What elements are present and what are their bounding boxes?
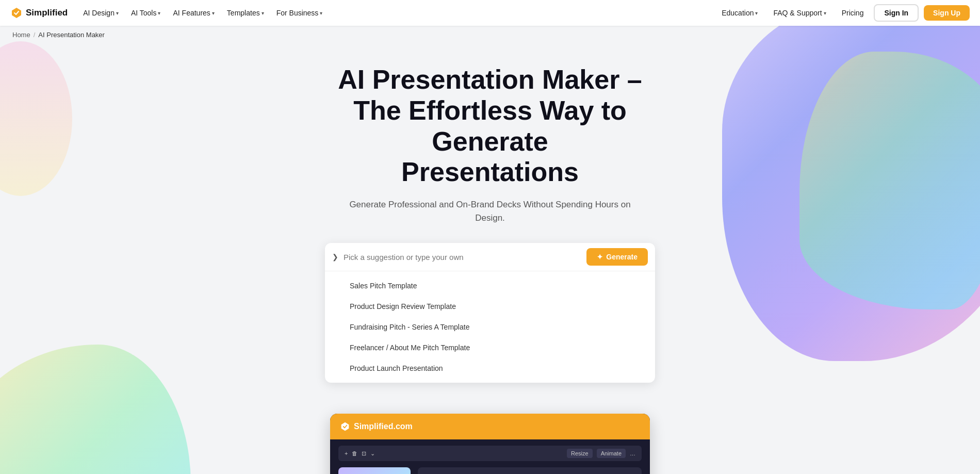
brand-logo[interactable]: Simplified: [10, 7, 68, 19]
preview-logo-icon: [340, 422, 350, 431]
nav-item-ai-design[interactable]: AI Design ▾: [78, 6, 124, 20]
preview-body: + 🗑 ⊡ ⌄ Resize Animate …: [330, 439, 650, 474]
generate-button[interactable]: ✦ Generate: [586, 248, 648, 266]
navbar: Simplified AI Design ▾ AI Tools ▾ AI Fea…: [0, 0, 980, 26]
breadcrumb-home-link[interactable]: Home: [12, 31, 30, 39]
preview-logo-text: Simplified.com: [354, 422, 413, 431]
generate-icon: ✦: [597, 253, 603, 261]
preview-toolbar: + 🗑 ⊡ ⌄ Resize Animate …: [338, 446, 642, 461]
nav-item-for-business[interactable]: For Business ▾: [271, 6, 328, 20]
chevron-down-icon: ▾: [824, 10, 826, 16]
preview-header: Simplified.com: [330, 414, 650, 439]
toolbar-copy: ⊡: [362, 450, 366, 457]
preview-slide-main: [418, 467, 642, 474]
toolbar-more: ⌄: [370, 450, 375, 457]
suggestion-item[interactable]: Product Launch Presentation: [325, 358, 655, 379]
chevron-down-icon: ▾: [158, 10, 160, 16]
toolbar-delete: 🗑: [352, 450, 357, 456]
preview-card: Simplified.com + 🗑 ⊡ ⌄ Resize Animate …: [330, 414, 650, 474]
suggestion-item[interactable]: Freelancer / About Me Pitch Template: [325, 337, 655, 358]
chevron-down-icon: ▾: [212, 10, 215, 16]
nav-item-education[interactable]: Education ▾: [716, 6, 763, 20]
preview-slide-thumbnail: [338, 467, 411, 474]
toolbar-options: …: [630, 450, 635, 456]
page: Home / AI Presentation Maker AI Presenta…: [0, 0, 980, 474]
chevron-down-icon: ▾: [320, 10, 322, 16]
nav-item-templates[interactable]: Templates ▾: [222, 6, 269, 20]
nav-left-items: AI Design ▾ AI Tools ▾ AI Features ▾ Tem…: [78, 6, 716, 20]
chevron-down-icon: ▾: [116, 10, 119, 16]
generate-label: Generate: [606, 253, 638, 261]
search-row: ❯ ✦ Generate: [325, 243, 655, 271]
nav-right-items: Education ▾ FAQ & Support ▾ Pricing Sign…: [716, 4, 970, 22]
chevron-down-icon: ▾: [262, 10, 264, 16]
toolbar-add: +: [345, 450, 348, 456]
main-content: AI Presentation Maker – The Effortless W…: [0, 44, 980, 474]
breadcrumb-separator: /: [34, 31, 36, 39]
nav-item-pricing[interactable]: Pricing: [837, 6, 869, 20]
search-container: ❯ ✦ Generate Sales Pitch Template Produc…: [325, 243, 655, 383]
nav-item-faq-support[interactable]: FAQ & Support ▾: [768, 6, 831, 20]
nav-item-ai-tools[interactable]: AI Tools ▾: [126, 6, 166, 20]
suggestions-list: Sales Pitch Template Product Design Revi…: [325, 271, 655, 383]
suggestion-item[interactable]: Fundraising Pitch - Series A Template: [325, 317, 655, 337]
search-input[interactable]: [344, 253, 586, 261]
breadcrumb: Home / AI Presentation Maker: [0, 26, 980, 44]
suggestion-item[interactable]: Product Design Review Template: [325, 296, 655, 317]
toolbar-resize-btn[interactable]: Resize: [567, 449, 593, 458]
logo-icon: [10, 7, 23, 19]
toolbar-animate-btn[interactable]: Animate: [597, 449, 626, 458]
hero-subtitle: Generate Professional and On-Brand Decks…: [335, 198, 645, 224]
signup-button[interactable]: Sign Up: [924, 5, 970, 21]
signin-button[interactable]: Sign In: [874, 4, 919, 22]
brand-name: Simplified: [26, 8, 68, 18]
preview-slide-area: [338, 467, 642, 474]
hero-title: AI Presentation Maker – The Effortless W…: [297, 64, 683, 188]
chevron-right-icon: ❯: [332, 253, 338, 261]
chevron-down-icon: ▾: [755, 10, 758, 16]
nav-item-ai-features[interactable]: AI Features ▾: [168, 6, 219, 20]
breadcrumb-current-page: AI Presentation Maker: [38, 31, 105, 39]
suggestion-item[interactable]: Sales Pitch Template: [325, 275, 655, 296]
